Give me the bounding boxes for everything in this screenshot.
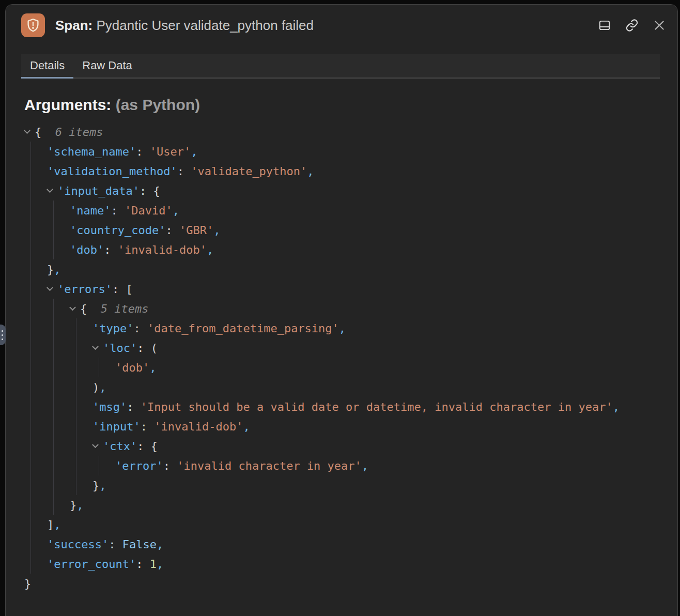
token-punct: ) [92,381,99,394]
page-title: Span: Pydantic User validate_python fail… [55,18,314,34]
chevron-down-icon[interactable] [92,441,99,448]
grip-dot [2,330,3,332]
token-punct: } [70,499,76,512]
token-punct: : [133,322,147,335]
arguments-heading-suffix: (as Python) [116,96,200,113]
token-punct: : [109,538,122,551]
token-str: 'invalid character in year' [177,459,362,472]
token-str: 'invalid-dob' [154,420,243,433]
tree-row: 'country_code': 'GBR', [70,220,663,240]
tree-children: 'name': 'David','country_code': 'GBR','d… [53,201,663,259]
shield-alert-icon [21,13,45,37]
tree-row: { 6 items [24,122,663,142]
token-comma: , [157,538,163,551]
token-punct: : [104,243,118,256]
tab-details[interactable]: Details [21,54,73,79]
token-comma: , [613,401,620,413]
token-punct: { [80,302,101,315]
token-comma: , [191,145,197,158]
chevron-down-icon[interactable] [69,304,76,311]
span-kind-label: Span: [55,18,92,33]
token-punct: : [136,145,150,158]
token-str: 'date_from_datetime_parsing' [147,322,339,335]
tree-children: 'type': 'date_from_datetime_parsing','lo… [76,318,663,495]
token-punct: : { [140,184,160,197]
token-str: 'dob' [115,361,149,374]
tree-row: }, [70,495,663,515]
chevron-down-icon[interactable] [24,127,30,134]
chevron-down-icon[interactable] [47,284,53,291]
tab-raw-data[interactable]: Raw Data [73,54,141,79]
tree-row: 'msg': 'Input should be a valid date or … [92,397,663,417]
token-comma: , [149,361,156,374]
token-key: 'success' [47,538,109,551]
token-key: 'schema_name' [47,145,136,158]
token-num: 1 [150,558,157,571]
arguments-heading: Arguments: (as Python) [24,96,663,114]
tree-row: 'name': 'David', [70,201,663,220]
tree-row: 'validation_method': 'validate_python', [47,161,663,181]
token-comma: , [339,322,346,335]
close-icon[interactable] [653,19,666,32]
token-key: 'errors' [57,283,112,296]
tree-row: ], [47,515,663,534]
details-content: Arguments: (as Python) { 6 items'schema_… [6,79,677,614]
tree-row: 'loc': ( [92,338,663,358]
drag-handle[interactable] [0,325,6,345]
grip-dot [2,334,3,336]
tree-row: }, [92,475,663,495]
token-meta: 6 items [55,126,103,138]
tree-row: 'error': 'invalid character in year', [115,456,663,475]
token-punct: : [127,401,141,413]
panel-bottom-icon[interactable] [598,19,611,32]
token-str: 'GBR' [179,224,213,237]
token-punct: } [47,263,54,276]
token-comma: , [157,558,163,571]
tree-row: 'error_count': 1, [47,554,663,574]
token-key: 'type' [92,322,133,335]
chevron-down-icon[interactable] [47,186,53,193]
tree-children: 'dob', [99,358,663,377]
token-key: 'input_data' [57,184,140,197]
tree-row: { 5 items [70,299,663,318]
link-icon[interactable] [625,19,639,32]
header-actions [598,19,666,32]
tree-row: 'success': False, [47,534,663,554]
tree-row: }, [47,259,663,279]
panel-header: Span: Pydantic User validate_python fail… [6,5,677,43]
token-comma: , [76,499,83,512]
token-punct: : ( [137,342,158,355]
span-title-text: Pydantic User validate_python failed [92,18,314,33]
token-key: 'error' [115,459,163,472]
token-str: 'Input should be a valid date or datetim… [141,401,613,413]
tree-row: } [24,574,663,593]
tree-children: 'schema_name': 'User','validation_method… [30,142,663,574]
token-str: 'David' [125,204,173,217]
token-punct: : [ [112,283,133,296]
token-punct: : [136,558,150,571]
tree-children: { 5 items'type': 'date_from_datetime_par… [53,299,663,515]
token-punct: : [111,204,125,217]
token-comma: , [307,165,314,178]
token-punct: : [165,224,179,237]
token-key: 'name' [70,204,111,217]
token-punct: } [24,577,31,590]
token-punct: ] [47,518,54,531]
token-comma: , [173,204,179,217]
tree-row: 'errors': [ [47,279,663,299]
span-detail-panel: Span: Pydantic User validate_python fail… [5,4,678,616]
tab-bar: Details Raw Data [21,54,660,79]
chevron-down-icon[interactable] [92,343,99,350]
token-comma: , [207,243,213,256]
token-str: 'User' [150,145,191,158]
tree-row: 'ctx': { [92,436,663,456]
token-str: 'invalid-dob' [118,243,207,256]
token-punct: : [163,459,177,472]
token-key: 'loc' [103,342,137,355]
token-key: 'input' [92,420,141,433]
token-key: 'msg' [92,401,127,413]
token-key: 'ctx' [103,440,137,453]
token-punct: } [92,479,99,492]
arguments-heading-prefix: Arguments: [24,96,116,113]
token-key: 'error_count' [47,558,136,571]
